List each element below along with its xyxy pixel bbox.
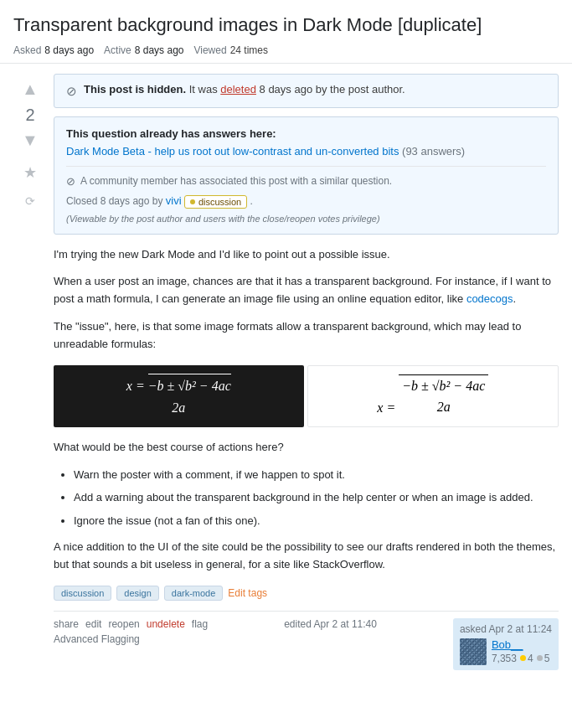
hidden-it-was: It was	[189, 83, 221, 96]
asked-card: asked Apr 2 at 11:24 Bob__ 7,353 4	[453, 618, 559, 670]
duplicate-notice: This question already has answers here: …	[54, 116, 559, 235]
formula-white: x = −b ± √b² − 4ac2a	[307, 365, 559, 427]
history-button[interactable]: ⟳	[18, 188, 43, 214]
favorite-button[interactable]: ★	[18, 160, 43, 185]
viewed-label: Viewed	[193, 44, 226, 56]
avatar	[460, 638, 487, 665]
edit-info: edited Apr 2 at 11:40	[284, 618, 377, 630]
rep-value: 7,353	[492, 653, 517, 664]
asked-card-label: asked Apr 2 at 11:24	[460, 623, 552, 635]
vote-down-button[interactable]: ▼	[18, 128, 43, 153]
after-formula: What would be the best course of actions…	[54, 439, 559, 457]
closed-line: Closed 8 days ago by vivi discussion .	[66, 194, 546, 209]
community-icon: ⊘	[66, 175, 75, 188]
duplicate-link[interactable]: Dark Mode Beta - help us root out low-co…	[66, 145, 399, 157]
community-notice: ⊘ A community member has associated this…	[66, 166, 546, 188]
active-value: 8 days ago	[135, 44, 184, 56]
tag-design[interactable]: design	[116, 586, 158, 601]
silver-dot	[537, 655, 543, 661]
vote-count: 2	[25, 106, 34, 125]
bullet-3: Ignore the issue (not a fan of this one)…	[74, 513, 559, 529]
hidden-icon: ⊘	[66, 84, 77, 99]
bullet-1: Warn the poster with a comment, if we ha…	[74, 467, 559, 483]
active-meta: Active 8 days ago	[104, 44, 183, 56]
hidden-notice: ⊘ This post is hidden. It was deleted 8 …	[54, 74, 559, 108]
para-3: The "issue", here, is that some image fo…	[54, 318, 559, 354]
silver-count: 5	[544, 653, 550, 664]
user-rep: 7,353 4 5	[492, 653, 549, 664]
tag-dot	[190, 199, 195, 204]
closed-text: Closed 8 days ago by	[66, 195, 162, 207]
formula-dark: x = −b ± √b² − 4ac 2a	[54, 365, 304, 427]
asked-label: Asked	[13, 44, 41, 56]
edit-date-value: Apr 2 at 11:40	[314, 618, 377, 630]
advanced-flagging[interactable]: Advanced Flagging	[54, 633, 208, 645]
community-text: A community member has associated this p…	[80, 175, 392, 187]
deleted-link[interactable]: deleted	[220, 83, 256, 96]
closed-user-link[interactable]: vivi	[166, 194, 182, 207]
user-name-link[interactable]: Bob__	[492, 638, 523, 651]
viewable-note: (Viewable by the post author and users w…	[66, 214, 546, 224]
edited-label: edited	[284, 618, 312, 630]
flag-link[interactable]: flag	[192, 618, 208, 630]
page-title: Transparent background images in Dark Mo…	[13, 13, 559, 38]
codecogs-link[interactable]: codecogs	[466, 292, 513, 305]
gold-count: 4	[528, 653, 533, 664]
para-2: When a user post an image, chances are t…	[54, 273, 559, 308]
vote-column: ▲ 2 ▼ ★ ⟳	[13, 74, 47, 670]
formula-white-text: x = −b ± √b² − 4ac2a	[377, 374, 488, 418]
dup-title: This question already has answers here:	[66, 127, 546, 140]
formula-dark-text: x = −b ± √b² − 4ac 2a	[126, 374, 231, 418]
action-links: share edit reopen undelete flag	[54, 618, 208, 630]
edit-tags-link[interactable]: Edit tags	[228, 587, 267, 599]
user-info: Bob__ 7,353 4 5	[460, 638, 552, 665]
post-body: ⊘ This post is hidden. It was deleted 8 …	[47, 74, 559, 670]
undelete-link[interactable]: undelete	[147, 618, 185, 630]
silver-badge: 5	[537, 653, 550, 664]
tag-discussion[interactable]: discussion	[54, 586, 111, 601]
gold-badge: 4	[520, 653, 533, 664]
closed-period: .	[250, 195, 253, 207]
tag-dark-mode[interactable]: dark-mode	[164, 586, 224, 601]
hidden-end: 8 days ago by the post author.	[260, 83, 405, 96]
closing-para: A nice addition to the UI of the site co…	[54, 539, 559, 574]
dup-answers: (93 answers)	[402, 145, 465, 157]
content-area: ▲ 2 ▼ ★ ⟳ ⊘ This post is hidden. It was …	[0, 64, 572, 680]
tags-row: discussion design dark-mode Edit tags	[54, 586, 559, 601]
user-details: Bob__ 7,353 4 5	[492, 638, 549, 664]
post-text: I'm trying the new Dark Mode and I'd lik…	[54, 246, 559, 574]
vote-up-button[interactable]: ▲	[18, 77, 43, 102]
page-header: Transparent background images in Dark Mo…	[0, 0, 572, 64]
bullet-2: Add a warning about the transparent back…	[74, 489, 559, 506]
viewed-meta: Viewed 24 times	[193, 44, 268, 56]
viewed-value: 24 times	[230, 44, 268, 56]
asked-value: 8 days ago	[44, 44, 94, 56]
para-1: I'm trying the new Dark Mode and I'd lik…	[54, 246, 559, 264]
discussion-tag: discussion	[184, 195, 247, 209]
edit-link[interactable]: edit	[85, 618, 101, 630]
discussion-tag-label: discussion	[198, 197, 241, 207]
share-link[interactable]: share	[54, 618, 79, 630]
gold-dot	[520, 655, 526, 661]
dup-link-row: Dark Mode Beta - help us root out low-co…	[66, 145, 546, 157]
formula-container: x = −b ± √b² − 4ac 2a x = −b ± √b² − 4ac…	[54, 365, 559, 427]
hidden-strong: This post is hidden.	[84, 83, 186, 96]
asked-meta: Asked 8 days ago	[13, 44, 94, 56]
post-meta: Asked 8 days ago Active 8 days ago Viewe…	[13, 44, 559, 56]
reopen-link[interactable]: reopen	[108, 618, 139, 630]
hidden-text: This post is hidden. It was deleted 8 da…	[84, 83, 405, 96]
active-label: Active	[104, 44, 131, 56]
post-actions: share edit reopen undelete flag Advanced…	[54, 618, 208, 645]
avatar-pattern	[460, 638, 487, 665]
post-footer: share edit reopen undelete flag Advanced…	[54, 611, 559, 670]
bullet-list: Warn the poster with a comment, if we ha…	[54, 467, 559, 529]
